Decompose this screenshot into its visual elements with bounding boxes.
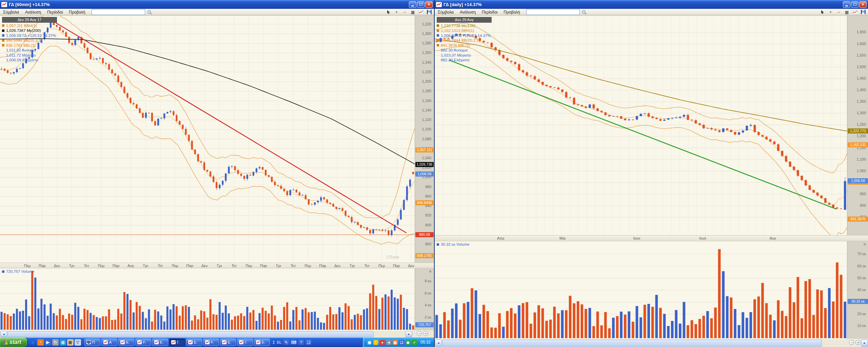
price-chart-daily[interactable] <box>435 16 847 235</box>
update-swirl-icon[interactable]: ↻ <box>52 339 59 346</box>
volume-chart-daily[interactable] <box>435 241 847 339</box>
pen-icon[interactable]: ✎ <box>283 340 289 345</box>
time-axis-label: Ιουλ <box>696 236 709 240</box>
taskbar-clock[interactable]: 05:32 <box>420 340 431 345</box>
search-icon[interactable] <box>582 10 587 15</box>
taskbar-window-button-6[interactable]: Γ. <box>169 339 185 346</box>
network-status-icon[interactable]: ▣ <box>367 340 372 345</box>
scroll-right-arrow[interactable]: ► <box>861 340 868 347</box>
maximize-button[interactable] <box>417 1 425 8</box>
nvidia-eye-icon[interactable]: ◉ <box>406 340 411 345</box>
alert-red-icon[interactable]: ● <box>380 340 385 345</box>
taskbar-window-button-10[interactable]: Γ. <box>237 339 253 346</box>
zoom-out-icon[interactable]: − <box>836 9 842 15</box>
chart-legend: Δευ 29 Αυγ 171,057.111 BBH(1)1,026.7367 … <box>2 17 57 63</box>
clock-app-icon[interactable]: ◔ <box>37 339 44 346</box>
taskbar-window-button-3[interactable]: E. <box>118 339 134 346</box>
time-axis-label: Δευ <box>405 264 417 268</box>
zoom-in-button[interactable]: + <box>423 331 428 336</box>
taskbar-window-button-2[interactable]: A <box>101 339 117 346</box>
axis-tick: 860 <box>425 242 431 246</box>
taskbar-window-button-1[interactable]: Π <box>84 339 100 346</box>
legend-marker <box>437 44 439 46</box>
pointer-icon[interactable] <box>386 9 391 15</box>
close-button[interactable]: × <box>859 1 867 8</box>
time-axis-label: Τρι <box>213 264 225 268</box>
menu-item-3[interactable]: Περίοδοι <box>44 10 66 15</box>
chart-icon[interactable] <box>852 9 858 15</box>
save-icon[interactable] <box>426 9 432 15</box>
scroll-thumb[interactable] <box>7 331 374 337</box>
menu-item-3[interactable]: Περίοδοι <box>479 10 500 15</box>
scroll-thumb[interactable] <box>442 340 822 347</box>
price-chart-60min[interactable] <box>0 16 415 263</box>
scroll-left-arrow[interactable]: ◄ <box>0 331 7 337</box>
menu-item-1[interactable]: Σύμβολα <box>0 10 22 15</box>
menu-item-4[interactable]: Προβολή <box>500 10 523 15</box>
audio-icon[interactable]: ◄ <box>386 340 391 345</box>
menu-item-2[interactable]: Ανάλυση <box>22 10 44 15</box>
zoom-out-icon[interactable]: − <box>402 9 408 15</box>
zoom-in-button[interactable]: + <box>855 340 861 345</box>
chart-icon <box>120 340 125 344</box>
restore-window-icon[interactable]: ❏ <box>306 340 311 345</box>
time-axis-label: Τετ <box>361 264 373 268</box>
taskbar-button-label: Γ. <box>177 340 180 344</box>
search-icon[interactable] <box>147 10 152 15</box>
titlebar[interactable]: ΓΔ [60min] +14.37% × <box>0 0 434 9</box>
save-icon[interactable] <box>860 9 866 15</box>
taskbar-scroll-arrows[interactable]: ▲▼ <box>273 340 275 345</box>
keyboard-icon[interactable]: ⌨ <box>291 340 296 345</box>
volume-chart-60min[interactable] <box>0 268 415 330</box>
internet-explorer-icon[interactable]: e <box>30 339 36 346</box>
maximize-button[interactable] <box>851 1 859 8</box>
zoom-out-button[interactable]: − <box>849 340 854 345</box>
taskbar-window-button-5[interactable]: E. <box>152 339 168 346</box>
start-button[interactable]: start <box>0 338 27 347</box>
titlebar[interactable]: ΓΔ [daily] +14.37% × <box>435 0 868 9</box>
taskbar-window-button-11[interactable]: E. <box>254 339 270 346</box>
minimize-button[interactable] <box>843 1 850 8</box>
legend-date: Δευ 29 Αυγ 17 <box>2 17 57 23</box>
grid-icon[interactable]: ▦ <box>410 9 416 15</box>
zoom-in-icon[interactable]: + <box>828 9 833 15</box>
taskbar-window-button-4[interactable]: F. <box>135 339 151 346</box>
security-shield-icon[interactable]: ! <box>373 340 378 345</box>
close-button[interactable]: × <box>425 1 433 8</box>
sync-ok-green-icon[interactable]: ✓ <box>412 340 417 345</box>
horizontal-scrollbar[interactable]: ◄ ► <box>0 330 434 338</box>
time-axis-label: Πεμ <box>376 264 388 268</box>
grid-icon[interactable]: ▦ <box>844 9 850 15</box>
app-window-orange-icon[interactable]: ▤ <box>393 340 398 345</box>
symbol-search-input[interactable] <box>92 9 145 15</box>
zoom-out-button[interactable]: − <box>417 331 422 336</box>
globe-icon[interactable]: ◍ <box>60 339 66 346</box>
volume-pane-close-icon[interactable]: × <box>862 242 867 247</box>
help-icon[interactable]: ? <box>298 340 304 345</box>
chart-icon[interactable] <box>418 9 424 15</box>
taskbar-window-button-9[interactable]: E. <box>220 339 236 346</box>
volume-pane-close-icon[interactable]: × <box>428 269 433 274</box>
menu-item-4[interactable]: Προβολή <box>66 10 88 15</box>
scroll-left-arrow[interactable]: ◄ <box>435 340 442 347</box>
time-axis-60min: ΠεμΠαρΔευΤριΤετΠεμΠαρΑυγΤριΤετΠεμΠαρΔευΤ… <box>0 263 434 268</box>
zoom-in-icon[interactable]: + <box>394 9 399 15</box>
taskbar-window-button-7[interactable]: E. <box>186 339 202 346</box>
horizontal-scrollbar[interactable]: ◄ ► <box>435 339 868 347</box>
menu-item-1[interactable]: Σύμβολα <box>435 10 457 15</box>
recycle-bin-icon[interactable]: ▽ <box>75 339 81 346</box>
media-player-icon[interactable]: ▶ <box>45 339 51 346</box>
layers-blue-icon[interactable]: ❏ <box>399 340 404 345</box>
symbol-search-input[interactable] <box>526 9 580 15</box>
scroll-right-arrow[interactable]: ► <box>406 331 412 337</box>
minimize-button[interactable] <box>409 1 416 8</box>
menu-item-2[interactable]: Ανάλυση <box>457 10 479 15</box>
axis-tick: 1,240 <box>422 60 431 64</box>
axis-tick: 950 <box>860 192 866 196</box>
package-icon[interactable]: ▣ <box>67 339 74 346</box>
legend-row-6: 882.30 Άνοιγμα <box>437 48 492 53</box>
axis-tick: 1,100 <box>422 127 431 131</box>
taskbar-window-button-8[interactable]: F. <box>203 339 219 346</box>
pointer-icon[interactable] <box>820 9 825 15</box>
language-indicator[interactable]: EL <box>277 340 281 344</box>
